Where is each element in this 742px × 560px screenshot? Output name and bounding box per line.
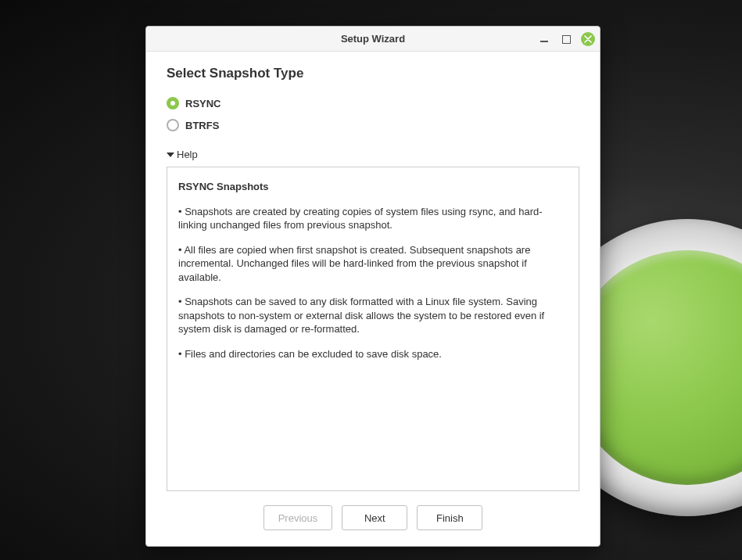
- wizard-button-bar: Previous Next Finish: [146, 491, 600, 546]
- help-panel: RSYNC Snapshots • Snapshots are created …: [167, 167, 579, 491]
- wizard-content: Select Snapshot Type RSYNC BTRFS Help RS…: [146, 52, 600, 491]
- finish-button[interactable]: Finish: [417, 505, 482, 530]
- option-rsync-label: RSYNC: [185, 98, 221, 109]
- radio-icon: [167, 97, 179, 109]
- help-bullet: • Snapshots are created by creating copi…: [178, 205, 568, 232]
- help-bullet: • All files are copied when first snapsh…: [178, 243, 568, 285]
- window-title: Setup Wizard: [341, 33, 405, 45]
- titlebar: Setup Wizard: [146, 27, 600, 52]
- page-title: Select Snapshot Type: [167, 66, 579, 81]
- radio-icon: [167, 119, 179, 131]
- option-rsync[interactable]: RSYNC: [167, 97, 579, 109]
- option-btrfs-label: BTRFS: [185, 120, 219, 131]
- window-controls: [537, 27, 595, 52]
- chevron-down-icon: [167, 153, 174, 157]
- help-expander[interactable]: Help: [167, 149, 579, 160]
- next-button[interactable]: Next: [342, 505, 407, 530]
- help-expander-label: Help: [177, 149, 198, 160]
- close-icon[interactable]: [581, 32, 595, 46]
- help-bullet: • Files and directories can be excluded …: [178, 347, 568, 361]
- option-btrfs[interactable]: BTRFS: [167, 119, 579, 131]
- help-heading: RSYNC Snapshots: [178, 181, 269, 192]
- help-bullet: • Snapshots can be saved to any disk for…: [178, 295, 568, 336]
- previous-button: Previous: [263, 505, 333, 530]
- minimize-icon[interactable]: [537, 32, 551, 46]
- setup-wizard-window: Setup Wizard Select Snapshot Type RSYNC …: [145, 26, 600, 547]
- maximize-icon[interactable]: [559, 32, 573, 46]
